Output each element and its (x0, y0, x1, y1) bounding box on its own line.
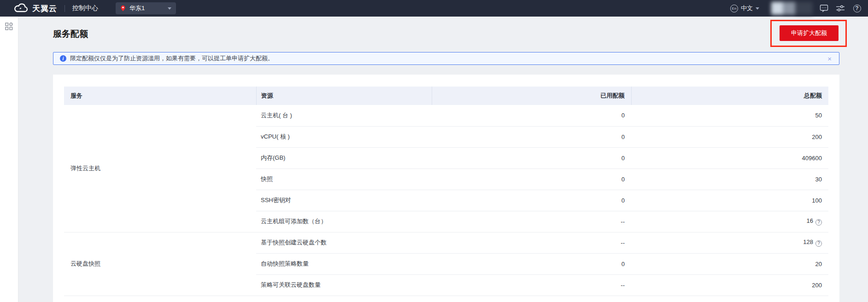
header-service: 服务 (64, 87, 256, 105)
language-selector[interactable]: En 中文 (730, 4, 759, 12)
brand-name: 天翼云 (32, 3, 57, 14)
region-selector[interactable]: 华东1 (116, 2, 176, 14)
total-quota-cell: 16? (631, 211, 828, 232)
used-quota-cell: -- (432, 274, 631, 296)
location-pin-icon (120, 5, 126, 12)
banner-text: 限定配额仅仅是为了防止资源滥用，如果有需要，可以提工单申请扩大配额。 (70, 54, 827, 63)
settings-sliders-icon[interactable] (836, 4, 845, 13)
banner-close-icon[interactable]: × (827, 55, 833, 62)
total-quota-cell: 409600 (631, 147, 828, 168)
resource-cell: 内存(GB) (256, 147, 432, 168)
ctyun-cloud-logo-icon (13, 3, 29, 13)
apps-grid-menu-icon[interactable] (5, 23, 13, 30)
used-quota-cell: 0 (432, 190, 631, 211)
total-quota-value: 16 (807, 217, 813, 224)
language-en-icon: En (730, 5, 738, 12)
used-quota-cell: 0 (432, 253, 631, 274)
used-quota-cell: 0 (432, 105, 631, 126)
total-quota-value: 50 (815, 112, 822, 119)
total-quota-value: 200 (812, 134, 822, 140)
help-icon[interactable]: ? (815, 240, 822, 247)
page-title: 服务配额 (53, 28, 88, 40)
main-content: 服务配额 申请扩大配额 i 限定配额仅仅是为了防止资源滥用，如果有需要，可以提工… (18, 17, 868, 302)
collapsed-sidebar (0, 17, 18, 302)
total-quota-cell: 200 (631, 274, 828, 296)
quota-table-body: 弹性云主机云主机( 台 ) 0 50 vCPU( 核 ) 0 200 内存(GB… (64, 105, 828, 296)
used-quota-cell: 0 (432, 126, 631, 147)
quota-table: 服务 资源 已用配额 总配额 弹性云主机云主机( 台 ) 0 50 vCPU( … (64, 87, 828, 296)
used-quota-cell: -- (432, 232, 631, 253)
console-center-link[interactable]: 控制中心 (72, 4, 98, 12)
resource-cell: 快照 (256, 168, 432, 190)
total-quota-cell: 200 (631, 126, 828, 147)
header-used-quota: 已用配额 (432, 87, 631, 105)
used-quota-cell: 0 (432, 168, 631, 190)
total-quota-cell: 50 (631, 105, 828, 126)
used-quota-cell: -- (432, 211, 631, 232)
total-quota-value: 128 (803, 238, 813, 245)
total-quota-cell: 128? (631, 232, 828, 253)
header-resource: 资源 (256, 87, 432, 105)
resource-cell: SSH密钥对 (256, 190, 432, 211)
table-header-row: 服务 资源 已用配额 总配额 (64, 87, 828, 105)
total-quota-value: 409600 (802, 155, 822, 162)
resource-cell: 云主机组可添加数（台） (256, 211, 432, 232)
total-quota-value: 30 (815, 176, 822, 183)
resource-cell: 云主机( 台 ) (256, 105, 432, 126)
region-name: 华东1 (129, 4, 168, 12)
total-quota-cell: 30 (631, 168, 828, 190)
resource-cell: 自动快照策略数量 (256, 253, 432, 274)
table-row: 弹性云主机云主机( 台 ) 0 50 (64, 105, 828, 126)
total-quota-value: 200 (812, 282, 822, 289)
service-group-cell: 云硬盘快照 (64, 232, 256, 296)
message-feedback-icon[interactable] (819, 4, 828, 13)
resource-cell: vCPU( 核 ) (256, 126, 432, 147)
resource-cell: 策略可关联云硬盘数量 (256, 274, 432, 296)
total-quota-cell: 100 (631, 190, 828, 211)
language-label: 中文 (741, 4, 753, 12)
total-quota-value: 100 (812, 197, 822, 204)
navbar-divider (65, 5, 65, 12)
header-total-quota: 总配额 (631, 87, 828, 105)
info-icon: i (60, 55, 66, 62)
used-quota-cell: 0 (432, 147, 631, 168)
chevron-down-icon (168, 7, 171, 10)
service-group-cell: 弹性云主机 (64, 105, 256, 232)
total-quota-cell: 20 (631, 253, 828, 274)
help-icon[interactable]: ? (815, 219, 822, 226)
chevron-down-icon (756, 7, 759, 10)
total-quota-value: 20 (815, 261, 822, 267)
help-question-icon[interactable]: ? (852, 4, 862, 13)
user-account-redacted[interactable] (771, 2, 813, 15)
table-row: 云硬盘快照基于快照创建云硬盘个数 -- 128? (64, 232, 828, 253)
info-banner: i 限定配额仅仅是为了防止资源滥用，如果有需要，可以提工单申请扩大配额。 × (53, 52, 839, 65)
top-navbar: 天翼云 控制中心 华东1 En 中文 (0, 0, 868, 17)
apply-expand-quota-button[interactable]: 申请扩大配额 (780, 25, 839, 41)
brand-logo[interactable]: 天翼云 (13, 3, 57, 14)
resource-cell: 基于快照创建云硬盘个数 (256, 232, 432, 253)
quota-card: 服务 资源 已用配额 总配额 弹性云主机云主机( 台 ) 0 50 vCPU( … (53, 75, 839, 302)
